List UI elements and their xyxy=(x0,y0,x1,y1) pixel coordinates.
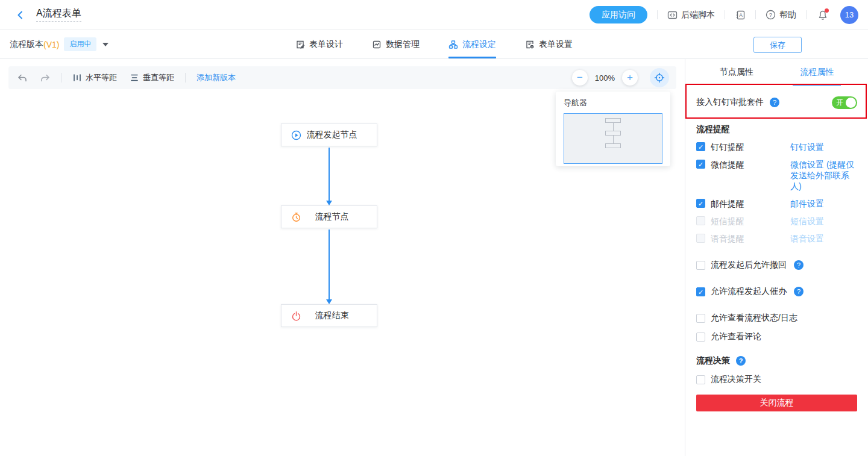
horizontal-spacing-icon xyxy=(73,73,81,82)
flow-node-start[interactable]: 流程发起节点 xyxy=(281,123,377,146)
topbar-left: A流程表单 xyxy=(14,8,81,22)
reminder-row-email: 邮件提醒 邮件设置 xyxy=(696,198,857,209)
checkbox-voice-reminder[interactable] xyxy=(696,234,705,243)
version-dropdown-caret[interactable] xyxy=(102,43,108,46)
checkbox-email-reminder[interactable] xyxy=(696,199,705,208)
node-label: 流程发起节点 xyxy=(301,130,377,140)
back-button[interactable] xyxy=(14,9,27,21)
notification-bell-button[interactable] xyxy=(816,8,829,22)
checkbox-decision-switch[interactable] xyxy=(696,375,705,384)
divider xyxy=(806,10,807,19)
dingtalk-suite-toggle[interactable]: 开 xyxy=(832,96,857,109)
undo-icon xyxy=(17,73,27,83)
help-icon[interactable] xyxy=(794,260,804,270)
dingtalk-settings-link[interactable]: 钉钉设置 xyxy=(790,142,857,152)
checkbox-allow-urge[interactable] xyxy=(696,287,705,296)
undo-button[interactable] xyxy=(17,73,27,83)
reminder-row-wechat: 微信提醒 微信设置 (提醒仅发送给外部联系人) xyxy=(696,159,857,192)
option-label: 流程发起后允许撤回 xyxy=(711,260,787,270)
help-icon[interactable] xyxy=(770,98,779,107)
backend-script-label: 后端脚本 xyxy=(681,10,715,20)
divider xyxy=(725,10,725,19)
crosshair-icon xyxy=(654,72,665,83)
checkbox-sms-reminder[interactable] xyxy=(696,216,705,225)
help-button[interactable]: ? 帮助 xyxy=(766,10,796,20)
svg-text:?: ? xyxy=(769,11,772,18)
navigator-panel: 导航器 xyxy=(556,92,670,166)
checkbox-allow-withdraw[interactable] xyxy=(696,261,705,270)
notification-dot xyxy=(825,8,829,13)
minimap-connector xyxy=(613,123,614,131)
tab-flow-setting[interactable]: 流程设定 xyxy=(448,30,496,58)
minimap-connector xyxy=(613,136,614,143)
horizontal-spacing-button[interactable]: 水平等距 xyxy=(73,72,117,83)
tab-node-properties[interactable]: 节点属性 xyxy=(696,59,777,86)
tab-form-settings[interactable]: 表单设置 xyxy=(525,30,573,58)
reminder-label: 短信提醒 xyxy=(711,216,769,226)
help-icon[interactable] xyxy=(794,287,804,296)
topbar-right: 应用访问 后端脚本 A ? xyxy=(590,6,858,24)
flow-canvas[interactable]: 水平等距 垂直等距 添加新版本 − 100% + xyxy=(0,59,685,456)
zoom-out-button[interactable]: − xyxy=(572,70,588,86)
tab-label: 数据管理 xyxy=(386,39,420,50)
close-flow-button[interactable]: 关闭流程 xyxy=(696,395,857,411)
save-button[interactable]: 保存 xyxy=(753,37,802,53)
locate-button[interactable] xyxy=(650,68,669,87)
tab-form-design[interactable]: 表单设计 xyxy=(295,30,343,58)
flow-connector-arrow xyxy=(329,230,330,299)
redo-button[interactable] xyxy=(40,73,51,83)
app-window: A流程表单 应用访问 后端脚本 A xyxy=(0,0,868,456)
toggle-on-label: 开 xyxy=(836,98,843,107)
option-row-allow-urge: 允许流程发起人催办 xyxy=(696,286,857,297)
minimap-node xyxy=(605,143,621,148)
checkbox-view-comments[interactable] xyxy=(696,333,705,342)
data-management-icon xyxy=(372,40,382,49)
reminder-row-voice: 语音提醒 语音设置 xyxy=(696,233,857,244)
checkbox-dingtalk-reminder[interactable] xyxy=(696,142,705,151)
power-icon xyxy=(291,311,301,321)
reminder-row-sms: 短信提醒 短信设置 xyxy=(696,216,857,226)
flow-node-process[interactable]: 流程节点 xyxy=(281,205,377,228)
reminder-label: 邮件提醒 xyxy=(711,198,769,209)
reminder-label: 钉钉提醒 xyxy=(711,142,769,152)
wechat-settings-link[interactable]: 微信设置 (提醒仅发送给外部联系人) xyxy=(790,159,857,192)
zoom-controls: − 100% + xyxy=(572,68,669,87)
sms-settings-link[interactable]: 短信设置 xyxy=(790,216,857,226)
checkbox-view-status[interactable] xyxy=(696,314,705,323)
reminder-row-dingtalk: 钉钉提醒 钉钉设置 xyxy=(696,142,857,152)
add-version-button[interactable]: 添加新版本 xyxy=(197,72,236,83)
tab-flow-properties[interactable]: 流程属性 xyxy=(777,59,858,86)
timer-icon xyxy=(291,212,301,222)
question-circle-icon: ? xyxy=(766,10,776,20)
help-label: 帮助 xyxy=(779,10,796,20)
option-row-view-comments: 允许查看评论 xyxy=(696,331,857,342)
address-book-button[interactable]: A xyxy=(735,10,746,20)
reminder-section-title: 流程提醒 xyxy=(696,124,857,135)
flow-node-end[interactable]: 流程结束 xyxy=(281,304,377,327)
flow-setting-icon xyxy=(448,40,458,49)
tab-label: 表单设计 xyxy=(309,39,343,50)
app-access-button[interactable]: 应用访问 xyxy=(590,6,647,23)
backend-script-button[interactable]: 后端脚本 xyxy=(667,10,715,20)
navigator-minimap[interactable] xyxy=(564,113,662,164)
zoom-in-button[interactable]: + xyxy=(622,70,638,86)
voice-settings-link[interactable]: 语音设置 xyxy=(790,233,857,244)
status-badge: 启用中 xyxy=(64,37,96,51)
avatar[interactable]: 13 xyxy=(840,6,858,24)
version-bar: 流程版本 (V1) 启用中 表单设计 数据管理 xyxy=(0,30,868,59)
option-label: 流程决策开关 xyxy=(711,374,761,385)
checkbox-wechat-reminder[interactable] xyxy=(696,160,705,169)
vertical-spacing-label: 垂直等距 xyxy=(143,72,174,83)
form-design-icon xyxy=(295,40,305,49)
version-info: 流程版本 (V1) 启用中 xyxy=(10,37,108,51)
help-icon[interactable] xyxy=(736,356,746,366)
email-settings-link[interactable]: 邮件设置 xyxy=(790,198,857,209)
vertical-spacing-button[interactable]: 垂直等距 xyxy=(130,72,174,83)
main-area: 水平等距 垂直等距 添加新版本 − 100% + xyxy=(0,59,868,456)
tab-data-management[interactable]: 数据管理 xyxy=(372,30,420,58)
chevron-left-icon xyxy=(16,10,25,20)
navigator-title: 导航器 xyxy=(564,98,662,108)
divider xyxy=(657,10,658,19)
page-title[interactable]: A流程表单 xyxy=(36,8,81,22)
form-settings-icon xyxy=(525,40,535,49)
